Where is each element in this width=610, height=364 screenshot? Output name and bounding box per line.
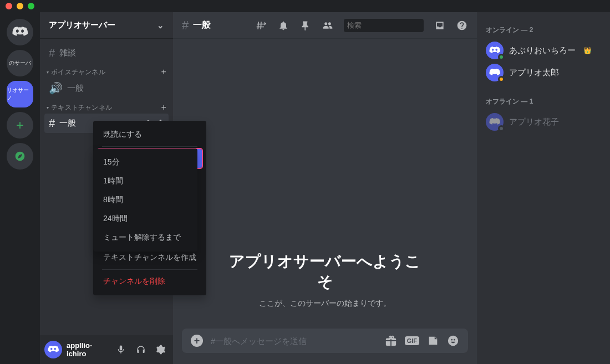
- add-server-button[interactable]: +: [7, 112, 33, 139]
- add-channel-button[interactable]: +: [161, 102, 166, 112]
- gift-button[interactable]: [385, 335, 397, 347]
- help-button[interactable]: [456, 19, 468, 32]
- username: appllio-ichiro: [67, 341, 109, 358]
- mic-button[interactable]: [113, 342, 129, 357]
- channel-chitchat[interactable]: # 雑談: [44, 43, 169, 63]
- emoji-button[interactable]: [447, 335, 459, 347]
- compass-icon: [14, 151, 26, 162]
- member-item[interactable]: アプリオ太郎: [481, 61, 606, 84]
- mute-8hour[interactable]: 8時間: [98, 191, 193, 209]
- avatar: [486, 113, 504, 131]
- servers-sidebar: のサーバ リオサーノ +: [0, 12, 40, 364]
- channel-title: 一般: [193, 19, 211, 31]
- window-close-button[interactable]: [6, 3, 12, 9]
- status-online-icon: [498, 54, 505, 60]
- welcome-message: アプリオサーバーへようこ そ ここが、このサーバーの始まりです。: [182, 252, 468, 320]
- help-icon: [456, 20, 467, 31]
- category-label: ボイスチャンネル: [51, 68, 105, 77]
- members-sidebar: オンライン — 2 あぷりおいちろー 👑 アプリオ太郎 オフライン — 1 アプ…: [477, 12, 610, 364]
- threads-icon: [256, 20, 267, 31]
- emoji-icon: [447, 335, 459, 347]
- crown-icon: 👑: [583, 47, 592, 54]
- discord-logo-icon: [48, 346, 59, 353]
- window-zoom-button[interactable]: [28, 3, 34, 9]
- chevron-down-icon: ⌄: [157, 20, 164, 30]
- attach-button[interactable]: +: [191, 335, 203, 347]
- separator: [102, 146, 197, 147]
- server-icon-active[interactable]: リオサーノ: [7, 81, 33, 107]
- hash-icon: #: [182, 18, 189, 33]
- voice-category[interactable]: ▾ ボイスチャンネル +: [44, 63, 169, 78]
- text-category[interactable]: ▾ テキストチャンネル +: [44, 98, 169, 114]
- mute-24hour[interactable]: 24時間: [98, 209, 193, 228]
- window-titlebar: [0, 0, 610, 12]
- welcome-title: アプリオサーバーへようこ そ: [182, 252, 468, 292]
- ctx-delete-channel[interactable]: チャンネルを削除: [98, 272, 202, 291]
- server-header[interactable]: アプリオサーバー ⌄: [40, 12, 173, 39]
- message-area: アプリオサーバーへようこ そ ここが、このサーバーの始まりです。: [173, 39, 477, 329]
- offline-header: オフライン — 1: [481, 93, 606, 111]
- channel-label: 一般: [67, 83, 84, 94]
- user-panel: appllio-ichiro: [40, 335, 173, 364]
- ctx-mark-read[interactable]: 既読にする: [98, 125, 202, 144]
- server-icon[interactable]: のサーバ: [7, 50, 33, 76]
- search-input[interactable]: [347, 21, 440, 29]
- separator: [102, 269, 197, 270]
- chevron-down-icon: ▾: [47, 70, 49, 75]
- status-offline-icon: [498, 125, 505, 132]
- notifications-button[interactable]: [277, 19, 289, 32]
- member-name: あぷりおいちろー: [509, 45, 576, 56]
- search-box[interactable]: [344, 19, 424, 32]
- add-channel-button[interactable]: +: [161, 67, 166, 77]
- settings-button[interactable]: [153, 342, 169, 357]
- server-name: アプリオサーバー: [49, 20, 115, 30]
- mic-icon: [116, 345, 126, 355]
- mute-until-unmute[interactable]: ミュート解除するまで: [98, 228, 193, 247]
- member-name: アプリオ太郎: [509, 68, 559, 78]
- channel-label: 一般: [59, 118, 76, 129]
- members-button[interactable]: [322, 19, 334, 32]
- gif-button[interactable]: GIF: [405, 336, 419, 345]
- pinned-button[interactable]: [299, 19, 312, 32]
- sticker-button[interactable]: [427, 335, 439, 347]
- avatar: [486, 64, 504, 81]
- speaker-icon: 🔊: [49, 81, 63, 95]
- user-avatar[interactable]: [44, 341, 62, 358]
- sticker-icon: [427, 335, 439, 347]
- main-content: # 一般 アプリオサーバーへようこ そ ここ: [173, 12, 477, 364]
- hash-icon: #: [49, 117, 55, 130]
- member-name: アプリオ花子: [509, 117, 559, 127]
- member-item[interactable]: あぷりおいちろー 👑: [481, 39, 606, 61]
- deafen-button[interactable]: [133, 342, 149, 357]
- channel-label: 雑談: [59, 48, 76, 58]
- channel-header: # 一般: [173, 12, 477, 39]
- pin-icon: [300, 20, 311, 31]
- window-minimize-button[interactable]: [17, 3, 23, 9]
- mute-15min[interactable]: 15分: [98, 153, 193, 172]
- threads-button[interactable]: [255, 19, 267, 32]
- status-idle-icon: [498, 76, 505, 83]
- explore-servers-button[interactable]: [7, 143, 33, 170]
- headphones-icon: [136, 345, 146, 355]
- bell-icon: [278, 20, 289, 31]
- home-button[interactable]: [7, 19, 33, 45]
- members-icon: [322, 20, 333, 31]
- discord-logo-icon: [12, 27, 28, 38]
- avatar: [486, 42, 504, 59]
- inbox-icon: [434, 20, 445, 31]
- chevron-down-icon: ▾: [47, 105, 49, 110]
- gear-icon: [156, 345, 166, 355]
- category-label: テキストチャンネル: [51, 103, 112, 112]
- message-input-area: + GIF: [173, 329, 477, 364]
- mute-duration-submenu: 15分 1時間 8時間 24時間 ミュート解除するまで: [93, 148, 197, 252]
- message-input[interactable]: [211, 336, 377, 346]
- mute-1hour[interactable]: 1時間: [98, 172, 193, 191]
- voice-channel-general[interactable]: 🔊 一般: [44, 78, 169, 98]
- inbox-button[interactable]: [434, 19, 446, 32]
- gift-icon: [385, 335, 397, 347]
- member-item[interactable]: アプリオ花子: [481, 111, 606, 133]
- hash-icon: #: [49, 47, 55, 59]
- online-header: オンライン — 2: [481, 21, 606, 39]
- welcome-subtitle: ここが、このサーバーの始まりです。: [182, 299, 468, 309]
